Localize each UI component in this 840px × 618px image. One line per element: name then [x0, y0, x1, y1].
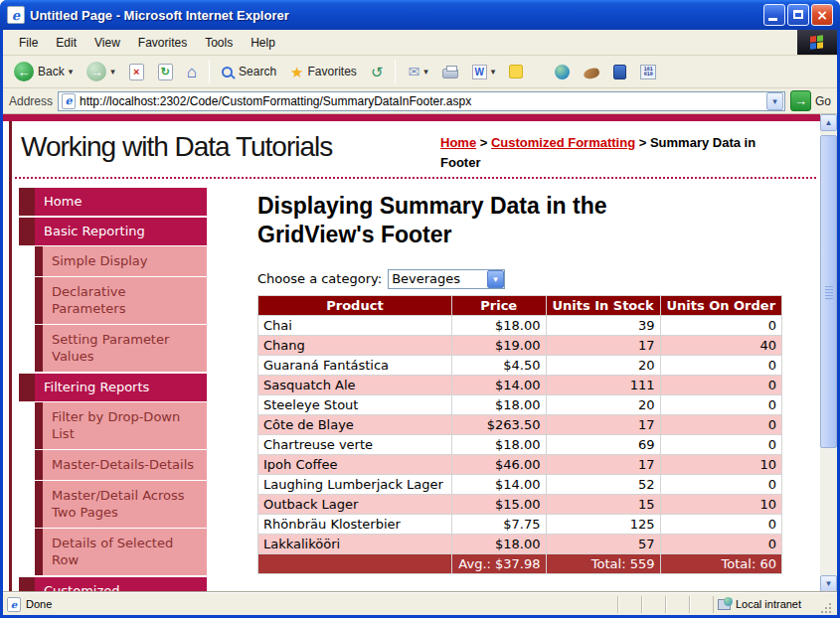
menu-tools[interactable]: Tools [197, 33, 241, 53]
back-dropdown-icon[interactable]: ▾ [69, 67, 74, 77]
cell-product: Lakkalikööri [258, 534, 452, 553]
table-row: Côte de Blaye$263.50170 [258, 414, 782, 434]
forward-dropdown-icon[interactable]: ▾ [110, 67, 115, 77]
sidebar-item-declarative-parameters[interactable]: Declarative Parameters [35, 277, 207, 324]
minimize-button[interactable] [763, 4, 785, 26]
search-label: Search [239, 65, 276, 78]
breadcrumb-customized-formatting[interactable]: Customized Formatting [491, 135, 635, 150]
address-dropdown-button[interactable]: ▾ [766, 92, 783, 110]
sidebar-item-master-details-details[interactable]: Master-Details-Details [35, 450, 207, 480]
scroll-down-button[interactable]: ▼ [820, 575, 837, 592]
cell-value: 0 [660, 514, 781, 534]
print-icon [442, 69, 458, 78]
gridview-header-row: ProductPriceUnits In StockUnits On Order [258, 295, 782, 315]
notes-button[interactable] [504, 62, 528, 81]
category-select[interactable]: Beverages ▾ [388, 269, 505, 289]
edit-with-word-button[interactable]: W ▾ [467, 62, 501, 82]
page-title: Displaying Summary Data in the GridView'… [257, 192, 715, 249]
favorites-label: Favorites [308, 65, 357, 78]
note-icon [509, 65, 523, 78]
extension-button-1[interactable] [550, 62, 575, 82]
cell-value: 15 [546, 494, 660, 514]
sidebar-item-label: Master-Details-Details [43, 450, 207, 480]
history-button[interactable]: ↺ [366, 62, 389, 82]
mail-dropdown-icon[interactable]: ▾ [423, 67, 428, 77]
sidebar-item-label: Simple Display [43, 246, 207, 276]
extension-button-2[interactable] [579, 63, 604, 81]
close-button[interactable]: × [811, 4, 833, 26]
ie-app-icon: e [7, 6, 25, 24]
address-input[interactable] [80, 94, 766, 108]
sidebar-item-filter-by-drop-down-list[interactable]: Filter by Drop-Down List [35, 402, 207, 449]
table-row: Rhönbräu Klosterbier$7.751250 [258, 514, 782, 534]
category-selected-value: Beverages [389, 271, 487, 286]
cell-value: $18.00 [451, 434, 546, 454]
sidebar-item-simple-display[interactable]: Simple Display [35, 246, 207, 276]
menu-file[interactable]: File [11, 33, 46, 53]
page-icon: e [62, 93, 76, 109]
status-bar: e Done Local intranet [3, 592, 837, 615]
sidebar-navigation: HomeBasic ReportingSimple DisplayDeclara… [19, 186, 207, 592]
back-button[interactable]: ← Back ▾ [9, 59, 78, 84]
sidebar-marker [19, 577, 35, 592]
sidebar-item-label: Filter by Drop-Down List [43, 402, 207, 449]
cell-value: $15.00 [451, 494, 546, 514]
cell-product: Chai [258, 315, 452, 335]
forward-button[interactable]: → ▾ [82, 59, 120, 84]
address-label: Address [9, 94, 53, 108]
chevron-down-icon[interactable]: ▾ [487, 270, 504, 288]
scrollbar-thumb[interactable] [820, 135, 837, 448]
cell-value: 0 [660, 414, 781, 434]
security-zone: Local intranet [713, 596, 820, 613]
toolbar-separator [395, 60, 396, 83]
cell-value: 57 [546, 534, 660, 553]
sidebar-item-basic-reporting[interactable]: Basic Reporting [19, 218, 207, 245]
resize-grip[interactable] [820, 602, 833, 615]
menu-edit[interactable]: Edit [48, 33, 84, 53]
menu-view[interactable]: View [86, 33, 128, 53]
scroll-up-button[interactable]: ▲ [820, 114, 837, 131]
menu-help[interactable]: Help [243, 33, 283, 53]
sidebar-item-setting-parameter-values[interactable]: Setting Parameter Values [35, 325, 207, 372]
menu-favorites[interactable]: Favorites [130, 33, 195, 53]
status-separator [689, 596, 713, 613]
sidebar-marker [19, 188, 35, 216]
maximize-button[interactable] [787, 4, 809, 26]
products-gridview: ProductPriceUnits In StockUnits On Order… [257, 295, 782, 574]
gridview-footer-row: Avg.: $37.98Total: 559Total: 60 [258, 553, 782, 573]
sidebar-item-master-detail-across-two-pages[interactable]: Master/Detail Across Two Pages [35, 481, 207, 528]
sidebar-item-label: Home [35, 188, 207, 216]
mail-button[interactable]: ✉ ▾ [403, 62, 432, 81]
stop-button[interactable]: × [124, 61, 149, 83]
title-bar: e Untitled Page - Microsoft Internet Exp… [0, 0, 840, 30]
status-separator [617, 596, 641, 613]
sidebar-item-label: Basic Reporting [35, 218, 207, 245]
favorites-star-icon: ★ [290, 65, 303, 79]
print-button[interactable] [437, 62, 463, 81]
cell-value: $4.50 [451, 355, 546, 375]
vertical-scrollbar[interactable]: ▲ ▼ [820, 114, 837, 592]
table-row: Outback Lager$15.001510 [258, 494, 782, 514]
favorites-button[interactable]: ★ Favorites [285, 62, 362, 82]
breadcrumb-home[interactable]: Home [440, 135, 476, 150]
extension-button-3[interactable] [608, 62, 631, 82]
edit-dropdown-icon[interactable]: ▾ [491, 67, 496, 77]
table-row: Guaraná Fantástica$4.50200 [258, 355, 782, 375]
go-button[interactable]: → Go [790, 90, 831, 111]
extension-button-4[interactable]: 101 010 [635, 62, 661, 82]
sidebar-marker [35, 529, 43, 575]
home-button[interactable]: ⌂ [182, 61, 202, 83]
cell-value: 0 [660, 315, 781, 335]
status-separator [665, 596, 689, 613]
sidebar-marker [35, 481, 43, 528]
site-title: Working with Data Tutorials [21, 131, 332, 163]
sidebar-item-filtering-reports[interactable]: Filtering Reports [19, 374, 207, 401]
refresh-button[interactable]: ↻ [153, 61, 178, 83]
search-button[interactable]: Search [217, 62, 281, 81]
search-icon [222, 67, 233, 77]
sidebar-item-home[interactable]: Home [19, 188, 207, 216]
sidebar-item-customized[interactable]: Customized [19, 577, 207, 592]
breadcrumb-separator: > [635, 135, 650, 150]
sidebar-marker [35, 325, 43, 372]
sidebar-item-details-of-selected-row[interactable]: Details of Selected Row [35, 529, 207, 575]
